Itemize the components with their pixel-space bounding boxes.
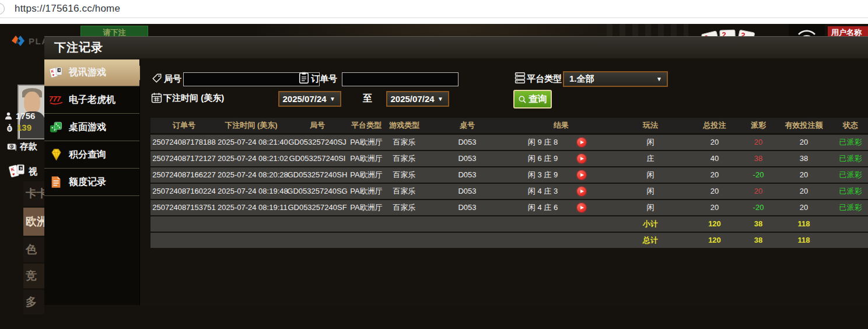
- time-cell: 2025-07-24 08:21:02: [218, 151, 285, 166]
- result-cell: 闲 4 庄 3: [509, 184, 614, 199]
- browser-url-bar[interactable]: https://175616.cc/home: [0, 0, 868, 24]
- lobby-nav-item[interactable]: 多: [23, 290, 44, 314]
- game-cell: 百家乐: [383, 200, 426, 215]
- play-cell: 闲: [614, 184, 687, 199]
- column-header: 派彩: [742, 118, 775, 133]
- sidebar-item-points[interactable]: 积分查询: [44, 141, 139, 169]
- to-label: 至: [363, 93, 372, 105]
- sum-value-cell: [833, 216, 868, 232]
- total-bet-cell: 20: [687, 184, 742, 199]
- user-id: 1756: [16, 111, 35, 121]
- time-cell: 2025-07-24 08:19:48: [218, 184, 285, 199]
- url-text[interactable]: https://175616.cc/home: [15, 3, 120, 15]
- date-from-select[interactable]: 2025/07/24 ▼: [278, 91, 341, 107]
- payout-cell: 20: [742, 184, 775, 199]
- replay-icon[interactable]: [577, 187, 586, 196]
- payout-cell: -20: [742, 167, 775, 183]
- column-header: 下注时间 (美东): [218, 118, 285, 133]
- sidebar-item-cards[interactable]: K♥9 视讯游戏: [44, 59, 139, 86]
- sum-value-cell: 120: [687, 233, 742, 248]
- sum-value-cell: 118: [775, 216, 833, 232]
- table-no-cell: D053: [426, 200, 509, 215]
- table-no-cell: D053: [426, 151, 509, 166]
- balance-value: 139: [17, 123, 32, 132]
- date-to-value: 2025/07/24: [387, 94, 438, 104]
- table-header-row: 订单号下注时间 (美东)局号平台类型游戏类型桌号结果玩法总投注派彩有效投注额状态: [150, 118, 868, 133]
- site-info-icon[interactable]: [0, 3, 5, 15]
- order-cell: 250724087178188: [150, 135, 218, 150]
- sidebar-item-table-games[interactable]: 桌面游戏: [44, 114, 139, 141]
- sum-value-cell: [509, 233, 614, 248]
- sum-value-cell: [218, 233, 285, 248]
- chevron-down-icon: ▼: [656, 76, 667, 82]
- play-cell: 闲: [614, 167, 687, 183]
- payout-cell: 38: [742, 151, 775, 166]
- browser-divider: [0, 18, 868, 18]
- replay-icon[interactable]: [577, 154, 586, 163]
- sum-value-cell: [350, 216, 383, 232]
- table-row: 2507240871602242025-07-24 08:19:48GD0532…: [150, 184, 868, 199]
- deposit-row[interactable]: $ 存款: [7, 141, 37, 152]
- status-cell: 已派彩: [833, 200, 868, 215]
- valid-bet-cell: 20: [775, 200, 833, 215]
- total-bet-cell: 20: [687, 167, 742, 183]
- round-cell: GD053257240SJ: [285, 135, 350, 150]
- query-button[interactable]: 查询: [513, 90, 552, 108]
- screen: https://175616.cc/home PLAYACE 请下注 14: [0, 0, 868, 329]
- order-cell: 250724087153751: [150, 200, 218, 215]
- balance-row: $ 139: [5, 123, 32, 132]
- total-bet-cell: 20: [687, 135, 742, 150]
- order-cell: 250724087172127: [150, 151, 218, 166]
- lobby-nav-item[interactable]: 竞: [23, 264, 44, 288]
- valid-bet-cell: 38: [775, 151, 833, 166]
- lobby-nav-item[interactable]: 卡卡: [23, 181, 44, 206]
- platform-icon: [514, 72, 526, 84]
- sum-value-cell: [285, 216, 350, 232]
- platform-select[interactable]: 1.全部 ▼: [563, 71, 668, 87]
- cards-icon: K♥ 9: [8, 163, 26, 180]
- payout-cell: 20: [742, 135, 775, 150]
- total-bet-cell: 40: [687, 151, 742, 166]
- lobby-nav-item[interactable]: 色: [23, 237, 44, 262]
- platform-cell: PA欧洲厅: [350, 167, 383, 183]
- lobby-nav-item[interactable]: 欧洲: [23, 208, 44, 236]
- deposit-icon: $: [7, 143, 17, 151]
- result-text: 闲 3 庄 9: [509, 167, 577, 183]
- sidebar-item-label: 桌面游戏: [69, 121, 106, 134]
- sidebar-item-records[interactable]: 额度记录: [44, 169, 139, 196]
- svg-text:777: 777: [49, 95, 61, 103]
- date-to-select[interactable]: 2025/07/24 ▼: [386, 91, 449, 107]
- sum-value-cell: [150, 233, 218, 248]
- result-text: 闲 6 庄 9: [509, 151, 577, 166]
- slot-icon: 777: [48, 93, 64, 107]
- sum-value-cell: 120: [687, 216, 742, 232]
- time-cell: 2025-07-24 08:19:11: [218, 200, 285, 215]
- svg-text:9: 9: [20, 166, 22, 170]
- svg-text:9: 9: [58, 68, 60, 72]
- cards-icon: K♥9: [48, 66, 64, 80]
- replay-icon[interactable]: [577, 203, 586, 212]
- sidebar-item-label: 积分查询: [69, 149, 106, 161]
- round-cell: GD053257240SF: [285, 200, 350, 215]
- replay-icon[interactable]: [577, 138, 586, 147]
- sum-value-cell: 118: [775, 233, 833, 248]
- sidebar-item-label: 电子老虎机: [69, 94, 116, 106]
- valid-bet-cell: 20: [775, 135, 833, 150]
- replay-icon[interactable]: [577, 170, 586, 180]
- round-cell: GD053257240SI: [285, 151, 350, 166]
- game-cell: 百家乐: [383, 135, 426, 150]
- subtotal-row: 小计12038118: [150, 216, 868, 232]
- game-cell: 百家乐: [383, 151, 426, 166]
- status-cell: 已派彩: [833, 151, 868, 166]
- calendar-icon: [151, 92, 162, 103]
- search-icon: [518, 95, 527, 104]
- bet-records-table: 订单号下注时间 (美东)局号平台类型游戏类型桌号结果玩法总投注派彩有效投注额状态…: [150, 118, 868, 249]
- sidebar-item-slot[interactable]: 777 电子老虎机: [44, 86, 139, 114]
- table-no-cell: D053: [426, 167, 509, 183]
- modal-content: 局号 订单号 平台类型 1.全部 ▼ 下注时间 (美东) 2025/07/24: [140, 59, 868, 305]
- platform-cell: PA欧洲厅: [350, 151, 383, 166]
- sum-value-cell: [426, 216, 509, 232]
- sum-label-cell: 总计: [614, 233, 687, 248]
- order-input[interactable]: [342, 72, 459, 86]
- video-games-shortcut[interactable]: K♥ 9 视: [8, 163, 37, 180]
